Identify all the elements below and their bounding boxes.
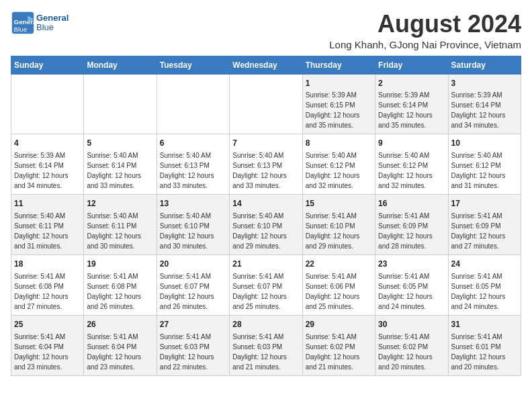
calendar-week-row: 1 Sunrise: 5:39 AM Sunset: 6:15 PM Dayli… [11, 74, 521, 134]
cell-daylight: Daylight: 12 hours and 27 minutes. [14, 293, 69, 310]
header-sunday: Sunday [11, 56, 84, 74]
cell-daylight: Daylight: 12 hours and 32 minutes. [306, 172, 360, 189]
cell-sunset: Sunset: 6:04 PM [87, 343, 136, 351]
calendar-cell: 10 Sunrise: 5:40 AM Sunset: 6:12 PM Dayl… [448, 134, 521, 195]
day-number: 1 [306, 78, 372, 89]
cell-sunset: Sunset: 6:01 PM [451, 343, 501, 351]
cell-sunset: Sunset: 6:06 PM [306, 283, 355, 290]
cell-sunset: Sunset: 6:07 PM [160, 283, 210, 290]
cell-sunset: Sunset: 6:13 PM [232, 162, 282, 169]
calendar-cell: 22 Sunrise: 5:41 AM Sunset: 6:06 PM Dayl… [302, 255, 375, 315]
cell-sunset: Sunset: 6:03 PM [232, 343, 282, 351]
calendar-cell: 29 Sunrise: 5:41 AM Sunset: 6:02 PM Dayl… [302, 315, 375, 375]
cell-daylight: Daylight: 12 hours and 29 minutes. [306, 232, 360, 250]
cell-sunrise: Sunrise: 5:39 AM [306, 91, 357, 99]
cell-sunset: Sunset: 6:03 PM [160, 343, 210, 351]
cell-sunrise: Sunrise: 5:41 AM [378, 333, 429, 340]
header-wednesday: Wednesday [230, 56, 302, 74]
cell-sunrise: Sunrise: 5:41 AM [306, 273, 357, 280]
page-title: August 2024 [329, 11, 521, 38]
cell-daylight: Daylight: 12 hours and 26 minutes. [160, 293, 214, 310]
cell-daylight: Daylight: 12 hours and 28 minutes. [378, 232, 433, 250]
calendar-cell: 24 Sunrise: 5:41 AM Sunset: 6:05 PM Dayl… [448, 255, 521, 315]
day-number: 15 [306, 198, 372, 210]
calendar-header-row: SundayMondayTuesdayWednesdayThursdayFrid… [11, 56, 521, 74]
cell-daylight: Daylight: 12 hours and 35 minutes. [306, 111, 360, 129]
calendar-cell [84, 74, 157, 134]
day-number: 26 [87, 319, 153, 330]
calendar-cell: 6 Sunrise: 5:40 AM Sunset: 6:13 PM Dayli… [157, 134, 229, 195]
calendar-week-row: 25 Sunrise: 5:41 AM Sunset: 6:04 PM Dayl… [11, 315, 521, 375]
cell-daylight: Daylight: 12 hours and 30 minutes. [87, 232, 141, 250]
header-monday: Monday [84, 56, 157, 74]
day-number: 20 [160, 259, 226, 270]
cell-sunrise: Sunrise: 5:39 AM [378, 91, 429, 99]
calendar-cell: 20 Sunrise: 5:41 AM Sunset: 6:07 PM Dayl… [157, 255, 229, 315]
day-number: 28 [232, 319, 299, 330]
calendar-cell [230, 74, 302, 134]
cell-sunrise: Sunrise: 5:40 AM [160, 152, 211, 159]
day-number: 31 [451, 319, 518, 330]
day-number: 27 [160, 319, 226, 330]
day-number: 24 [451, 259, 518, 270]
cell-sunrise: Sunrise: 5:41 AM [232, 273, 283, 280]
day-number: 12 [87, 198, 153, 210]
day-number: 16 [378, 198, 445, 210]
calendar-cell: 17 Sunrise: 5:41 AM Sunset: 6:09 PM Dayl… [448, 195, 521, 255]
cell-daylight: Daylight: 12 hours and 31 minutes. [451, 172, 506, 189]
calendar-cell: 25 Sunrise: 5:41 AM Sunset: 6:04 PM Dayl… [11, 315, 84, 375]
day-number: 9 [378, 138, 445, 149]
cell-sunset: Sunset: 6:15 PM [306, 101, 355, 109]
day-number: 13 [160, 198, 226, 210]
cell-sunset: Sunset: 6:10 PM [306, 222, 355, 230]
cell-sunset: Sunset: 6:08 PM [14, 283, 64, 290]
cell-sunset: Sunset: 6:11 PM [87, 222, 136, 230]
cell-sunset: Sunset: 6:12 PM [306, 162, 355, 169]
cell-daylight: Daylight: 12 hours and 34 minutes. [451, 111, 506, 129]
cell-sunset: Sunset: 6:05 PM [451, 283, 501, 290]
cell-sunrise: Sunrise: 5:40 AM [160, 212, 211, 220]
day-number: 22 [306, 259, 372, 270]
calendar-cell: 28 Sunrise: 5:41 AM Sunset: 6:03 PM Dayl… [230, 315, 302, 375]
cell-daylight: Daylight: 12 hours and 25 minutes. [306, 293, 360, 310]
cell-sunset: Sunset: 6:10 PM [160, 222, 210, 230]
day-number: 4 [14, 138, 81, 149]
cell-sunset: Sunset: 6:08 PM [87, 283, 136, 290]
cell-sunrise: Sunrise: 5:41 AM [14, 333, 65, 340]
calendar-cell: 26 Sunrise: 5:41 AM Sunset: 6:04 PM Dayl… [84, 315, 157, 375]
title-block: August 2024 Long Khanh, GJong Nai Provin… [329, 11, 521, 50]
cell-sunset: Sunset: 6:13 PM [160, 162, 210, 169]
cell-daylight: Daylight: 12 hours and 23 minutes. [87, 353, 141, 371]
cell-daylight: Daylight: 12 hours and 22 minutes. [160, 353, 214, 371]
day-number: 29 [306, 319, 372, 330]
cell-daylight: Daylight: 12 hours and 33 minutes. [87, 172, 141, 189]
calendar-cell: 4 Sunrise: 5:39 AM Sunset: 6:14 PM Dayli… [11, 134, 84, 195]
day-number: 14 [232, 198, 299, 210]
cell-daylight: Daylight: 12 hours and 23 minutes. [14, 353, 69, 371]
cell-sunrise: Sunrise: 5:41 AM [160, 333, 211, 340]
cell-daylight: Daylight: 12 hours and 31 minutes. [14, 232, 69, 250]
cell-sunrise: Sunrise: 5:40 AM [378, 152, 429, 159]
cell-daylight: Daylight: 12 hours and 25 minutes. [232, 293, 287, 310]
cell-sunrise: Sunrise: 5:40 AM [232, 212, 283, 220]
day-number: 2 [378, 78, 445, 89]
calendar-cell: 31 Sunrise: 5:41 AM Sunset: 6:01 PM Dayl… [448, 315, 521, 375]
cell-sunrise: Sunrise: 5:41 AM [306, 212, 357, 220]
cell-sunset: Sunset: 6:09 PM [451, 222, 501, 230]
cell-daylight: Daylight: 12 hours and 20 minutes. [451, 353, 506, 371]
calendar-cell [11, 74, 84, 134]
calendar-cell: 15 Sunrise: 5:41 AM Sunset: 6:10 PM Dayl… [302, 195, 375, 255]
cell-daylight: Daylight: 12 hours and 32 minutes. [378, 172, 433, 189]
calendar-cell: 23 Sunrise: 5:41 AM Sunset: 6:05 PM Dayl… [375, 255, 448, 315]
day-number: 19 [87, 259, 153, 270]
cell-sunrise: Sunrise: 5:40 AM [87, 212, 138, 220]
day-number: 7 [232, 138, 299, 149]
cell-sunset: Sunset: 6:02 PM [306, 343, 355, 351]
calendar-cell: 13 Sunrise: 5:40 AM Sunset: 6:10 PM Dayl… [157, 195, 229, 255]
header-tuesday: Tuesday [157, 56, 229, 74]
cell-daylight: Daylight: 12 hours and 29 minutes. [232, 232, 287, 250]
calendar-cell: 12 Sunrise: 5:40 AM Sunset: 6:11 PM Dayl… [84, 195, 157, 255]
cell-sunrise: Sunrise: 5:40 AM [306, 152, 357, 159]
calendar-cell: 2 Sunrise: 5:39 AM Sunset: 6:14 PM Dayli… [375, 74, 448, 134]
calendar-cell: 21 Sunrise: 5:41 AM Sunset: 6:07 PM Dayl… [230, 255, 302, 315]
